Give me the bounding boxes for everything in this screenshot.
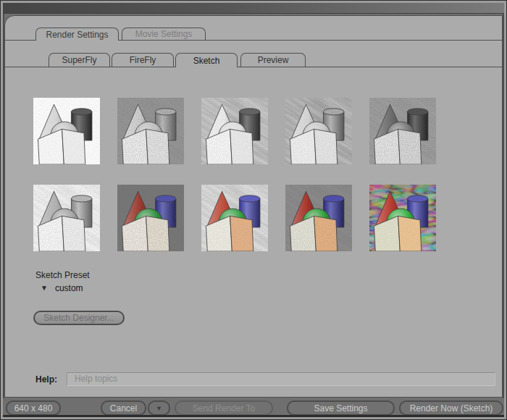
tab-preview-label: Preview (258, 55, 289, 65)
cancel-button[interactable]: Cancel (101, 400, 146, 416)
help-topics-text: Help topics (75, 374, 117, 384)
chevron-down-icon: ▼ (41, 285, 48, 292)
sketch-preset-smudge[interactable] (201, 98, 268, 164)
tab-superfly-label: SuperFly (62, 55, 96, 65)
tab-render-settings-label: Render Settings (46, 30, 108, 40)
tab-firefly[interactable]: FireFly (112, 53, 174, 67)
save-settings-button[interactable]: Save Settings (287, 400, 395, 416)
main-panel: Render Settings Movie Settings SuperFly … (4, 15, 503, 398)
resolution-button-label: 640 x 480 (14, 403, 53, 413)
help-topics-field[interactable]: Help topics (67, 372, 495, 386)
tab-render-settings[interactable]: Render Settings (35, 28, 119, 41)
resolution-button[interactable]: 640 x 480 (6, 400, 61, 416)
footer-bar: 640 x 480 Cancel ▼ Send Render To Save S… (3, 398, 504, 417)
tab-sketch[interactable]: Sketch (175, 53, 238, 67)
tab-movie-settings[interactable]: Movie Settings (122, 28, 206, 40)
sketch-preset-color-pencil[interactable] (117, 185, 184, 251)
sketch-preset-pencil-shaded[interactable] (117, 98, 184, 164)
render-settings-window: Render Settings Movie Settings SuperFly … (0, 0, 507, 420)
send-render-dropdown-button[interactable]: ▼ (148, 400, 170, 416)
window-title-strip (3, 3, 504, 14)
sketch-preset-label: Sketch Preset (35, 270, 90, 280)
tab-sketch-label: Sketch (193, 56, 220, 66)
preset-grid (33, 98, 436, 251)
sketch-preset-charcoal[interactable] (369, 98, 436, 164)
sketch-preset-value: custom (55, 283, 83, 293)
sketch-preset-color-wash[interactable] (201, 185, 268, 251)
tab-preview[interactable]: Preview (240, 53, 306, 67)
sketch-preset-pencil-light[interactable] (33, 185, 100, 251)
sketch-preset-scratchy[interactable] (285, 98, 352, 164)
chevron-down-icon: ▼ (156, 405, 162, 412)
sketch-designer-button[interactable]: Sketch Designer... (33, 311, 125, 325)
help-label: Help: (35, 374, 57, 385)
sketch-preset-dropdown[interactable]: ▼ custom (41, 283, 83, 293)
cancel-button-label: Cancel (110, 403, 137, 413)
tab-firefly-label: FireFly (130, 55, 156, 65)
tab-movie-settings-label: Movie Settings (135, 29, 193, 39)
sketch-preset-outline[interactable] (33, 98, 100, 164)
send-render-to-button: Send Render To (175, 400, 273, 416)
render-now-label: Render Now (Sketch) (410, 403, 493, 413)
sub-tab-divider (5, 67, 502, 67)
sketch-preset-color-scratch[interactable] (285, 185, 352, 251)
sketch-designer-button-label: Sketch Designer... (43, 313, 114, 323)
render-now-button[interactable]: Render Now (Sketch) (399, 400, 503, 416)
tab-superfly[interactable]: SuperFly (49, 53, 110, 67)
sketch-preset-color-paint[interactable] (369, 185, 436, 251)
save-settings-label: Save Settings (314, 403, 367, 413)
send-render-to-label: Send Render To (193, 403, 256, 413)
